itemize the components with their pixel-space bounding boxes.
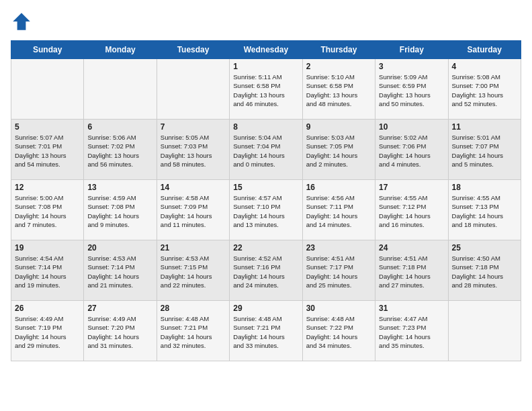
calendar-header: SundayMondayTuesdayWednesdayThursdayFrid…	[11, 41, 521, 59]
calendar-cell: 2Sunrise: 5:10 AM Sunset: 6:58 PM Daylig…	[302, 59, 375, 120]
calendar-cell: 27Sunrise: 4:49 AM Sunset: 7:20 PM Dayli…	[84, 301, 157, 361]
calendar-cell: 22Sunrise: 4:52 AM Sunset: 7:16 PM Dayli…	[230, 240, 302, 301]
day-content: Sunrise: 5:03 AM Sunset: 7:05 PM Dayligh…	[306, 133, 371, 169]
day-content: Sunrise: 4:48 AM Sunset: 7:21 PM Dayligh…	[233, 314, 298, 350]
day-content: Sunrise: 5:05 AM Sunset: 7:03 PM Dayligh…	[161, 133, 226, 169]
day-number: 30	[306, 304, 371, 313]
calendar-cell: 25Sunrise: 4:50 AM Sunset: 7:18 PM Dayli…	[448, 240, 521, 301]
day-number: 17	[379, 183, 444, 192]
day-number: 7	[161, 122, 226, 132]
calendar-cell: 28Sunrise: 4:48 AM Sunset: 7:21 PM Dayli…	[157, 301, 229, 361]
day-content: Sunrise: 4:55 AM Sunset: 7:12 PM Dayligh…	[379, 193, 444, 229]
day-number: 15	[233, 183, 298, 192]
day-number: 1	[233, 62, 298, 71]
calendar-cell: 31Sunrise: 4:47 AM Sunset: 7:23 PM Dayli…	[375, 301, 448, 361]
day-content: Sunrise: 5:07 AM Sunset: 7:01 PM Dayligh…	[15, 133, 80, 169]
calendar-body: 1Sunrise: 5:11 AM Sunset: 6:58 PM Daylig…	[11, 59, 521, 361]
calendar-cell: 19Sunrise: 4:54 AM Sunset: 7:14 PM Dayli…	[11, 240, 84, 301]
day-number: 4	[452, 62, 517, 71]
calendar-cell: 5Sunrise: 5:07 AM Sunset: 7:01 PM Daylig…	[11, 120, 84, 180]
day-number: 21	[161, 243, 226, 253]
calendar-cell: 3Sunrise: 5:09 AM Sunset: 6:59 PM Daylig…	[375, 59, 448, 120]
day-number: 27	[87, 304, 152, 313]
day-number: 12	[15, 183, 80, 192]
calendar-cell: 11Sunrise: 5:01 AM Sunset: 7:07 PM Dayli…	[448, 120, 521, 180]
day-number: 14	[161, 183, 226, 192]
day-number: 28	[161, 304, 226, 313]
calendar-cell: 1Sunrise: 5:11 AM Sunset: 6:58 PM Daylig…	[230, 59, 302, 120]
day-number: 24	[379, 243, 444, 253]
calendar-week-row: 19Sunrise: 4:54 AM Sunset: 7:14 PM Dayli…	[11, 240, 521, 301]
day-content: Sunrise: 4:51 AM Sunset: 7:18 PM Dayligh…	[379, 254, 444, 289]
calendar-cell: 16Sunrise: 4:56 AM Sunset: 7:11 PM Dayli…	[302, 180, 375, 240]
day-number: 18	[452, 183, 517, 192]
calendar-cell: 7Sunrise: 5:05 AM Sunset: 7:03 PM Daylig…	[157, 120, 229, 180]
day-content: Sunrise: 4:59 AM Sunset: 7:08 PM Dayligh…	[87, 193, 152, 229]
day-content: Sunrise: 4:50 AM Sunset: 7:18 PM Dayligh…	[452, 254, 517, 289]
logo	[11, 11, 35, 32]
day-content: Sunrise: 4:52 AM Sunset: 7:16 PM Dayligh…	[233, 254, 298, 289]
weekday-header: Sunday	[11, 41, 84, 59]
calendar-cell: 30Sunrise: 4:48 AM Sunset: 7:22 PM Dayli…	[302, 301, 375, 361]
day-content: Sunrise: 5:00 AM Sunset: 7:08 PM Dayligh…	[15, 193, 80, 229]
day-number: 8	[233, 122, 298, 132]
day-content: Sunrise: 4:53 AM Sunset: 7:14 PM Dayligh…	[87, 254, 152, 289]
weekday-header: Saturday	[448, 41, 521, 59]
calendar-cell: 23Sunrise: 4:51 AM Sunset: 7:17 PM Dayli…	[302, 240, 375, 301]
day-content: Sunrise: 4:49 AM Sunset: 7:20 PM Dayligh…	[87, 314, 152, 350]
calendar-cell: 21Sunrise: 4:53 AM Sunset: 7:15 PM Dayli…	[157, 240, 229, 301]
calendar-cell	[448, 301, 521, 361]
weekday-header: Tuesday	[157, 41, 229, 59]
day-number: 13	[87, 183, 152, 192]
day-content: Sunrise: 5:09 AM Sunset: 6:59 PM Dayligh…	[379, 73, 444, 108]
day-number: 6	[87, 122, 152, 132]
calendar-cell	[157, 59, 229, 120]
day-number: 5	[15, 122, 80, 132]
calendar-cell: 13Sunrise: 4:59 AM Sunset: 7:08 PM Dayli…	[84, 180, 157, 240]
day-content: Sunrise: 4:47 AM Sunset: 7:23 PM Dayligh…	[379, 314, 444, 350]
calendar-cell	[84, 59, 157, 120]
day-content: Sunrise: 4:55 AM Sunset: 7:13 PM Dayligh…	[452, 193, 517, 229]
day-number: 10	[379, 122, 444, 132]
weekday-header: Friday	[375, 41, 448, 59]
day-content: Sunrise: 5:04 AM Sunset: 7:04 PM Dayligh…	[233, 133, 298, 169]
calendar-cell: 12Sunrise: 5:00 AM Sunset: 7:08 PM Dayli…	[11, 180, 84, 240]
day-content: Sunrise: 4:56 AM Sunset: 7:11 PM Dayligh…	[306, 193, 371, 229]
calendar-cell: 18Sunrise: 4:55 AM Sunset: 7:13 PM Dayli…	[448, 180, 521, 240]
day-content: Sunrise: 4:57 AM Sunset: 7:10 PM Dayligh…	[233, 193, 298, 229]
calendar-cell: 20Sunrise: 4:53 AM Sunset: 7:14 PM Dayli…	[84, 240, 157, 301]
day-content: Sunrise: 5:06 AM Sunset: 7:02 PM Dayligh…	[87, 133, 152, 169]
day-content: Sunrise: 5:11 AM Sunset: 6:58 PM Dayligh…	[233, 73, 298, 108]
day-number: 19	[15, 243, 80, 253]
day-number: 2	[306, 62, 371, 71]
calendar-cell: 6Sunrise: 5:06 AM Sunset: 7:02 PM Daylig…	[84, 120, 157, 180]
calendar-cell: 9Sunrise: 5:03 AM Sunset: 7:05 PM Daylig…	[302, 120, 375, 180]
calendar-cell: 14Sunrise: 4:58 AM Sunset: 7:09 PM Dayli…	[157, 180, 229, 240]
day-content: Sunrise: 4:48 AM Sunset: 7:22 PM Dayligh…	[306, 314, 371, 350]
day-number: 16	[306, 183, 371, 192]
calendar-cell: 15Sunrise: 4:57 AM Sunset: 7:10 PM Dayli…	[230, 180, 302, 240]
calendar-cell: 10Sunrise: 5:02 AM Sunset: 7:06 PM Dayli…	[375, 120, 448, 180]
calendar-week-row: 5Sunrise: 5:07 AM Sunset: 7:01 PM Daylig…	[11, 120, 521, 180]
calendar-cell	[11, 59, 84, 120]
day-number: 3	[379, 62, 444, 71]
day-content: Sunrise: 4:54 AM Sunset: 7:14 PM Dayligh…	[15, 254, 80, 289]
weekday-header: Monday	[84, 41, 157, 59]
calendar-cell: 4Sunrise: 5:08 AM Sunset: 7:00 PM Daylig…	[448, 59, 521, 120]
calendar-cell: 26Sunrise: 4:49 AM Sunset: 7:19 PM Dayli…	[11, 301, 84, 361]
day-content: Sunrise: 5:02 AM Sunset: 7:06 PM Dayligh…	[379, 133, 444, 169]
calendar-week-row: 1Sunrise: 5:11 AM Sunset: 6:58 PM Daylig…	[11, 59, 521, 120]
calendar-week-row: 12Sunrise: 5:00 AM Sunset: 7:08 PM Dayli…	[11, 180, 521, 240]
calendar-cell: 8Sunrise: 5:04 AM Sunset: 7:04 PM Daylig…	[230, 120, 302, 180]
weekday-header: Thursday	[302, 41, 375, 59]
logo-icon	[11, 11, 32, 32]
calendar-week-row: 26Sunrise: 4:49 AM Sunset: 7:19 PM Dayli…	[11, 301, 521, 361]
calendar-table: SundayMondayTuesdayWednesdayThursdayFrid…	[11, 40, 521, 361]
day-number: 20	[87, 243, 152, 253]
day-number: 23	[306, 243, 371, 253]
weekday-header: Wednesday	[230, 41, 302, 59]
day-content: Sunrise: 4:58 AM Sunset: 7:09 PM Dayligh…	[161, 193, 226, 229]
day-content: Sunrise: 4:48 AM Sunset: 7:21 PM Dayligh…	[161, 314, 226, 350]
day-content: Sunrise: 5:01 AM Sunset: 7:07 PM Dayligh…	[452, 133, 517, 169]
day-content: Sunrise: 5:08 AM Sunset: 7:00 PM Dayligh…	[452, 73, 517, 108]
